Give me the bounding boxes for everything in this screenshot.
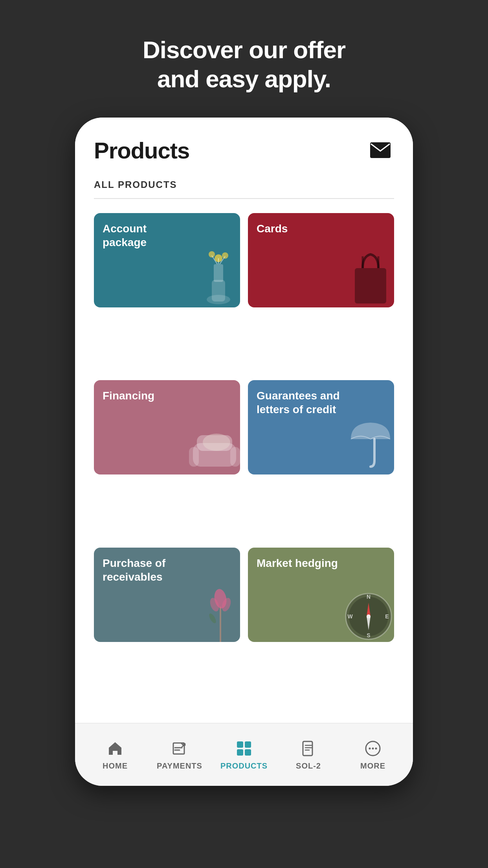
svg-line-9 — [220, 256, 225, 264]
flower-decoration — [201, 583, 240, 642]
bottom-nav: HOME PAYMENTS — [75, 723, 413, 786]
nav-label-payments: PAYMENTS — [157, 761, 202, 771]
hero-title: Discover our offerand easy apply. — [143, 35, 345, 94]
sol2-icon — [299, 739, 318, 758]
svg-text:S: S — [367, 632, 370, 638]
svg-rect-2 — [212, 280, 225, 302]
section-divider — [94, 198, 394, 199]
bag-decoration — [347, 245, 394, 307]
product-label-financing: Financing — [103, 389, 154, 403]
umbrella-decoration — [347, 416, 394, 474]
svg-rect-15 — [230, 447, 240, 467]
svg-rect-16 — [197, 435, 232, 451]
svg-rect-35 — [237, 749, 243, 756]
svg-point-1 — [207, 295, 230, 304]
svg-line-8 — [212, 256, 217, 264]
nav-label-sol2: SOL-2 — [296, 761, 321, 771]
mail-button[interactable] — [367, 138, 394, 162]
svg-point-23 — [346, 594, 391, 639]
svg-rect-0 — [370, 142, 391, 158]
sofa-decoration — [189, 419, 240, 474]
nav-label-more: MORE — [360, 761, 385, 771]
vase-decoration — [197, 245, 240, 307]
product-card-guarantees[interactable]: Guarantees and letters of credit — [248, 380, 394, 474]
payments-icon — [170, 739, 189, 758]
svg-point-19 — [213, 588, 228, 609]
page-title: Products — [94, 137, 189, 164]
product-label-cards: Cards — [257, 222, 288, 235]
product-label-guarantees: Guarantees and letters of credit — [257, 389, 344, 416]
header-row: Products — [94, 137, 394, 164]
compass-decoration: N S E W — [343, 591, 394, 642]
svg-rect-36 — [245, 749, 251, 756]
nav-item-home[interactable]: HOME — [83, 739, 147, 771]
svg-rect-10 — [355, 268, 386, 303]
product-card-purchase-receivables[interactable]: Purchase of receivables — [94, 548, 240, 642]
svg-point-6 — [222, 252, 228, 259]
product-label-market-hedging: Market hedging — [257, 556, 338, 570]
svg-point-31 — [367, 614, 371, 618]
svg-text:N: N — [367, 594, 371, 600]
svg-point-17 — [203, 434, 230, 451]
svg-rect-13 — [193, 443, 236, 467]
home-icon — [105, 739, 125, 758]
svg-point-22 — [208, 612, 217, 624]
nav-item-products[interactable]: PRODUCTS — [212, 739, 276, 771]
mail-icon — [370, 142, 391, 158]
product-card-market-hedging[interactable]: Market hedging N S E W — [248, 548, 394, 642]
svg-marker-30 — [367, 616, 371, 630]
product-label-account-package: Account package — [103, 222, 190, 249]
svg-rect-3 — [214, 264, 223, 282]
svg-point-20 — [220, 597, 232, 613]
nav-label-products: PRODUCTS — [220, 761, 268, 771]
svg-rect-14 — [189, 447, 199, 467]
product-label-purchase-receivables: Purchase of receivables — [103, 556, 190, 584]
nav-item-sol2[interactable]: SOL-2 — [276, 739, 341, 771]
products-icon — [234, 739, 254, 758]
phone-frame: Products ALL PRODUCTS Account package — [75, 118, 413, 786]
svg-rect-37 — [303, 741, 312, 756]
svg-point-39 — [369, 747, 371, 749]
nav-item-more[interactable]: MORE — [341, 739, 405, 771]
product-card-cards[interactable]: Cards — [248, 213, 394, 307]
product-card-financing[interactable]: Financing — [94, 380, 240, 474]
section-label: ALL PRODUCTS — [94, 179, 394, 190]
products-grid: Account package Cards — [94, 213, 394, 707]
product-card-account-package[interactable]: Account package — [94, 213, 240, 307]
phone-content: Products ALL PRODUCTS Account package — [75, 118, 413, 723]
svg-point-21 — [208, 597, 220, 613]
nav-item-payments[interactable]: PAYMENTS — [147, 739, 212, 771]
svg-point-5 — [209, 251, 215, 257]
svg-point-41 — [375, 747, 377, 749]
svg-rect-33 — [237, 741, 243, 748]
svg-point-4 — [215, 254, 222, 262]
svg-point-24 — [349, 597, 388, 636]
more-icon — [363, 739, 383, 758]
svg-rect-34 — [245, 741, 251, 748]
svg-text:E: E — [385, 613, 389, 620]
nav-label-home: HOME — [103, 761, 128, 771]
svg-point-40 — [372, 747, 374, 749]
svg-marker-29 — [367, 603, 371, 616]
svg-text:W: W — [347, 613, 353, 620]
